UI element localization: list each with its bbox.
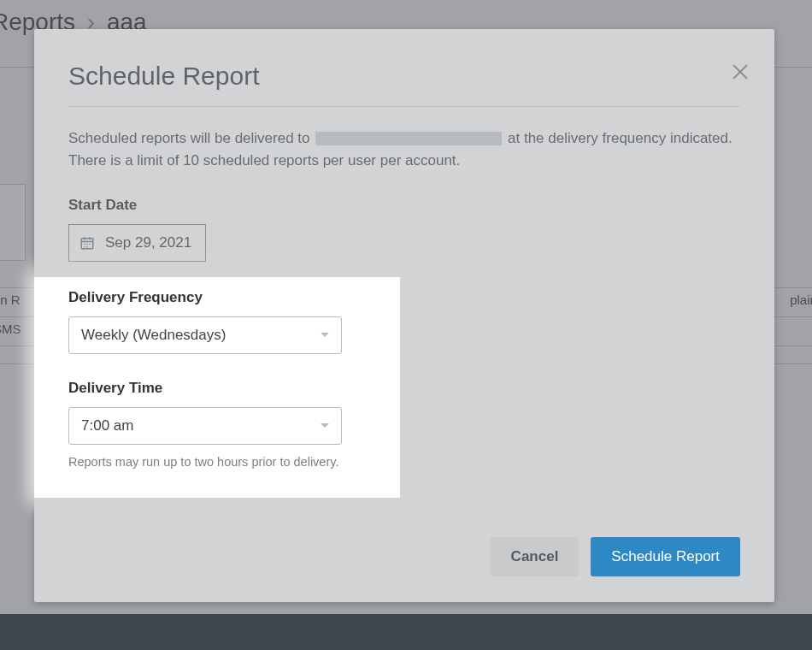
description-pre: Scheduled reports will be delivered to — [68, 130, 314, 146]
start-date-input[interactable]: Sep 29, 2021 — [68, 224, 206, 262]
chevron-down-icon — [321, 423, 329, 428]
svg-point-10 — [86, 245, 88, 247]
window-chrome — [0, 614, 812, 650]
cancel-button[interactable]: Cancel — [491, 537, 580, 576]
background-text: plaint — [790, 292, 812, 307]
redacted-email — [315, 132, 502, 145]
delivery-frequency-value: Weekly (Wednesdays) — [81, 327, 226, 344]
delivery-time-hint: Reports may run up to two hours prior to… — [68, 455, 740, 469]
close-icon — [730, 62, 750, 82]
schedule-report-modal: Schedule Report Scheduled reports will b… — [34, 29, 774, 602]
background-text: SMS — [0, 322, 21, 336]
modal-footer-buttons: Cancel Schedule Report — [491, 537, 740, 576]
modal-description: Scheduled reports will be delivered to a… — [68, 127, 740, 173]
chevron-down-icon — [321, 333, 329, 337]
delivery-time-value: 7:00 am — [81, 417, 133, 434]
svg-point-9 — [84, 245, 85, 247]
start-date-value: Sep 29, 2021 — [105, 234, 191, 251]
delivery-frequency-select[interactable]: Weekly (Wednesdays) — [68, 316, 342, 354]
start-date-label: Start Date — [68, 197, 740, 214]
background-text: en R — [0, 292, 21, 307]
svg-point-6 — [84, 243, 85, 245]
delivery-frequency-label: Delivery Frequency — [68, 289, 740, 306]
delivery-time-label: Delivery Time — [68, 380, 740, 397]
delivery-time-select[interactable]: 7:00 am — [68, 407, 342, 445]
calendar-icon — [79, 235, 95, 251]
schedule-report-button[interactable]: Schedule Report — [591, 537, 740, 576]
modal-title: Schedule Report — [68, 62, 740, 91]
svg-point-7 — [86, 243, 88, 245]
background-card — [0, 184, 26, 261]
close-button[interactable] — [730, 62, 750, 82]
divider — [68, 106, 740, 107]
svg-point-8 — [89, 243, 91, 245]
